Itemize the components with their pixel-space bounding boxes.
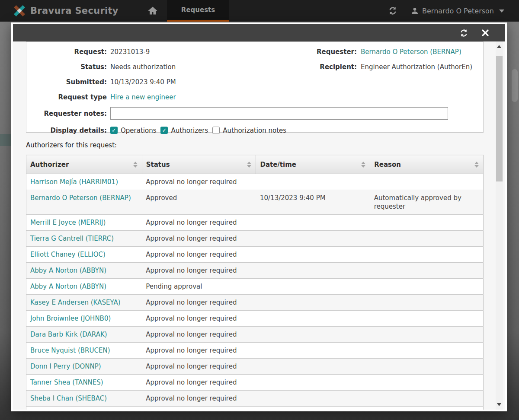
authorizers-title: Authorizers for this request:	[26, 141, 117, 149]
authorizer-link[interactable]: Abby A Norton (ABBYN)	[30, 267, 106, 274]
user-name: Bernardo O Peterson	[422, 7, 494, 15]
authorizer-link[interactable]: John Broiwnlee (JOHNB0)	[30, 315, 111, 322]
authorizer-row: John Broiwnlee (JOHNB0)Approval no longe…	[26, 311, 484, 327]
modal-header	[13, 24, 505, 41]
column-header-status[interactable]: Status	[142, 155, 256, 174]
scrollbar-thumb[interactable]	[496, 56, 503, 181]
tab-requests[interactable]: Requests	[167, 0, 229, 22]
status-cell: Approval no longer required	[142, 407, 256, 410]
requester-notes-label: Requester notes:	[26, 110, 107, 118]
request-type-link[interactable]: Hire a new engineer	[110, 93, 176, 101]
authorizer-link[interactable]: Tierra G Cantrell (TIERRC)	[30, 235, 114, 242]
scroll-down-arrow-icon[interactable]	[497, 403, 501, 406]
authorizer-link[interactable]: Elliott Chaney (ELLIOC)	[30, 251, 106, 258]
refresh-icon	[460, 29, 468, 37]
brand-name: Bravura Security	[30, 6, 119, 16]
checkbox-checked-icon[interactable]: ✓	[110, 127, 118, 134]
authorizer-link[interactable]: Abby A Norton (ABBYN)	[30, 283, 106, 290]
refresh-icon	[388, 6, 397, 15]
reason-cell	[370, 375, 484, 391]
bravura-logo-icon	[13, 4, 26, 17]
column-label: Reason	[374, 161, 401, 169]
datetime-cell	[256, 311, 370, 327]
authorizer-link[interactable]: Donn I Perry (DONNP)	[30, 363, 101, 370]
column-label: Authorizer	[30, 161, 69, 169]
sort-icon[interactable]	[133, 162, 138, 168]
modal-refresh-button[interactable]	[460, 29, 468, 37]
authorizer-row: Elliott Chaney (ELLIOC)Approval no longe…	[26, 247, 484, 263]
display-option[interactable]: Authorization notes	[212, 127, 286, 134]
authorizer-link[interactable]: Bernardo O Peterson (BERNAP)	[30, 194, 131, 202]
authorizer-link[interactable]: Kasey E Andersen (KASEYA)	[30, 299, 121, 306]
status-cell: Approval no longer required	[142, 263, 256, 279]
reason-cell	[370, 263, 484, 279]
scroll-up-arrow-icon[interactable]	[497, 45, 501, 48]
requester-link[interactable]: Bernardo O Peterson (BERNAP)	[361, 48, 461, 56]
status-cell: Approval no longer required	[142, 215, 256, 231]
submitted-label: Submitted:	[26, 78, 107, 86]
requester-label: Requester:	[254, 48, 357, 56]
authorizer-link[interactable]: Tanner Shea (TANNES)	[30, 379, 103, 386]
reason-cell	[370, 174, 484, 190]
datetime-cell	[256, 343, 370, 359]
submitted-value: 10/13/2023 9:40 PM	[110, 78, 254, 86]
status-cell: Approval no longer required	[142, 311, 256, 327]
reason-cell	[370, 407, 484, 410]
user-menu[interactable]: Bernardo O Peterson	[411, 7, 504, 15]
column-label: Status	[146, 161, 170, 169]
datetime-cell: 10/13/2023 9:40 PM	[256, 190, 370, 215]
screen: Bravura Security Requests	[0, 0, 519, 420]
background-selected-menu-item	[0, 134, 11, 146]
reason-cell	[370, 343, 484, 359]
datetime-cell	[256, 247, 370, 263]
authorizer-link[interactable]: Merrill E Joyce (MERRIJ)	[30, 219, 106, 226]
reason-cell	[370, 215, 484, 231]
datetime-cell	[256, 263, 370, 279]
reason-cell	[370, 279, 484, 295]
column-header-reason[interactable]: Reason	[370, 155, 484, 174]
reason-cell	[370, 359, 484, 375]
authorizer-row: Dara Barb Kirk (DARAK)Approval no longer…	[26, 327, 484, 343]
display-option[interactable]: ✓Operations	[110, 127, 156, 134]
status-cell: Approval no longer required	[142, 375, 256, 391]
authorizer-row: Heath F Vazquez (HEATHV)Approval no long…	[26, 407, 484, 410]
modal-close-button[interactable]	[482, 29, 489, 36]
datetime-cell	[256, 295, 370, 311]
brand[interactable]: Bravura Security	[13, 4, 119, 17]
request-details-modal: Request: 20231013-9 Requester: Bernardo …	[11, 22, 507, 411]
authorizer-link[interactable]: Bruce Nyquist (BRUCEN)	[30, 347, 110, 354]
datetime-cell	[256, 327, 370, 343]
background-page-scrollbar	[512, 69, 518, 102]
sort-icon[interactable]	[474, 162, 479, 168]
modal-scrollbar[interactable]	[496, 41, 503, 410]
chevron-down-icon	[499, 10, 504, 13]
authorizer-row: Bruce Nyquist (BRUCEN)Approval no longer…	[26, 343, 484, 359]
user-icon	[411, 7, 419, 15]
status-cell: Approval no longer required	[142, 391, 256, 407]
datetime-cell	[256, 231, 370, 247]
sort-icon[interactable]	[247, 162, 251, 168]
checkbox-unchecked-icon[interactable]	[212, 127, 220, 134]
column-header-date-time[interactable]: Date/time	[256, 155, 370, 174]
checkbox-label: Operations	[121, 127, 156, 134]
checkbox-checked-icon[interactable]: ✓	[160, 127, 168, 134]
column-header-authorizer[interactable]: Authorizer	[26, 155, 142, 174]
request-label: Request:	[26, 48, 107, 56]
close-icon	[482, 29, 489, 36]
reason-cell	[370, 391, 484, 407]
requester-notes-input[interactable]	[110, 107, 448, 120]
authorizer-link[interactable]: Sheba I Chan (SHEBAC)	[30, 395, 107, 402]
refresh-button[interactable]	[388, 6, 397, 15]
display-option[interactable]: ✓Authorizers	[160, 127, 208, 134]
status-cell: Pending approval	[142, 279, 256, 295]
authorizer-row: Abby A Norton (ABBYN)Approval no longer …	[26, 263, 484, 279]
request-value: 20231013-9	[110, 48, 254, 56]
status-cell: Approval no longer required	[142, 174, 256, 190]
datetime-cell	[256, 359, 370, 375]
authorizer-link[interactable]: Harrison Mejía (HARRIM01)	[30, 178, 118, 186]
datetime-cell	[256, 375, 370, 391]
nav-home[interactable]	[138, 0, 167, 22]
sort-icon[interactable]	[361, 162, 365, 168]
authorizer-link[interactable]: Dara Barb Kirk (DARAK)	[30, 331, 107, 338]
reason-cell	[370, 311, 484, 327]
